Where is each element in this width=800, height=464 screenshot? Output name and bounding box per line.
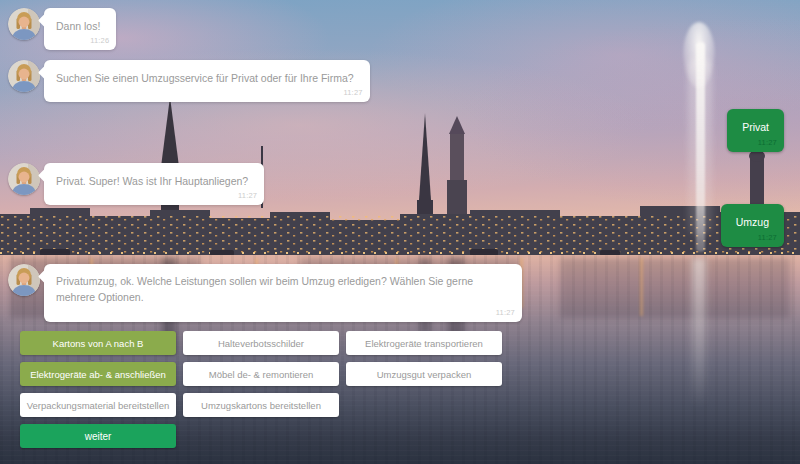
message-timestamp: 11:27 [343, 88, 362, 99]
option-umzugsgut-verpacken[interactable]: Umzugsgut verpacken [346, 362, 502, 386]
message-timestamp: 11:27 [758, 138, 777, 149]
chatbot-overlay-screen: Dann los! 11:26 Suchen Sie einen Umzugss… [0, 0, 800, 464]
option-verpackungsmaterial-bereitstellen[interactable]: Verpackungsmaterial bereitstellen [20, 393, 176, 417]
option-umzugskartons-bereitstellen[interactable]: Umzugskartons bereitstellen [183, 393, 339, 417]
user-message-bubble: Privat 11:27 [727, 109, 784, 152]
woman-portrait-icon [8, 8, 40, 40]
message-text: Privatumzug, ok. Welche Leistungen solle… [56, 275, 473, 303]
bot-avatar [8, 60, 40, 92]
message-text: Suchen Sie einen Umzugsservice für Priva… [56, 72, 354, 84]
weiter-button[interactable]: weiter [20, 424, 176, 448]
options-grid: Kartons von A nach B Halteverbotsschilde… [20, 331, 502, 417]
option-kartons-von-a-nach-b[interactable]: Kartons von A nach B [20, 331, 176, 355]
bot-avatar [8, 8, 40, 40]
message-text: Privat [742, 121, 769, 133]
bot-message-bubble: Suchen Sie einen Umzugsservice für Priva… [44, 60, 370, 102]
option-moebel-de-remontieren[interactable]: Möbel de- & remontieren [183, 362, 339, 386]
woman-portrait-icon [8, 264, 40, 296]
message-text: Umzug [736, 216, 769, 228]
message-timestamp: 11:27 [758, 233, 777, 244]
bot-avatar [8, 163, 40, 195]
fountain-spray [683, 22, 715, 88]
bot-message-bubble: Dann los! 11:26 [44, 8, 116, 50]
message-text: Privat. Super! Was ist Ihr Hauptanliegen… [56, 175, 248, 187]
user-message-bubble: Umzug 11:27 [721, 204, 784, 247]
message-timestamp: 11:27 [496, 307, 515, 319]
bot-message-bubble: Privat. Super! Was ist Ihr Hauptanliegen… [44, 163, 264, 205]
bot-avatar [8, 264, 40, 296]
bot-message-bubble: Privatumzug, ok. Welche Leistungen solle… [44, 264, 522, 322]
message-timestamp: 11:27 [238, 191, 257, 202]
option-elektrogeraete-transportieren[interactable]: Elektrogeräte transportieren [346, 331, 502, 355]
option-elektrogeraete-ab-anschliessen[interactable]: Elektrogeräte ab- & anschließen [20, 362, 176, 386]
woman-portrait-icon [8, 163, 40, 195]
option-halteverbotsschilder[interactable]: Halteverbotsschilder [183, 331, 339, 355]
message-text: Dann los! [56, 20, 100, 32]
woman-portrait-icon [8, 60, 40, 92]
message-timestamp: 11:26 [90, 36, 109, 47]
